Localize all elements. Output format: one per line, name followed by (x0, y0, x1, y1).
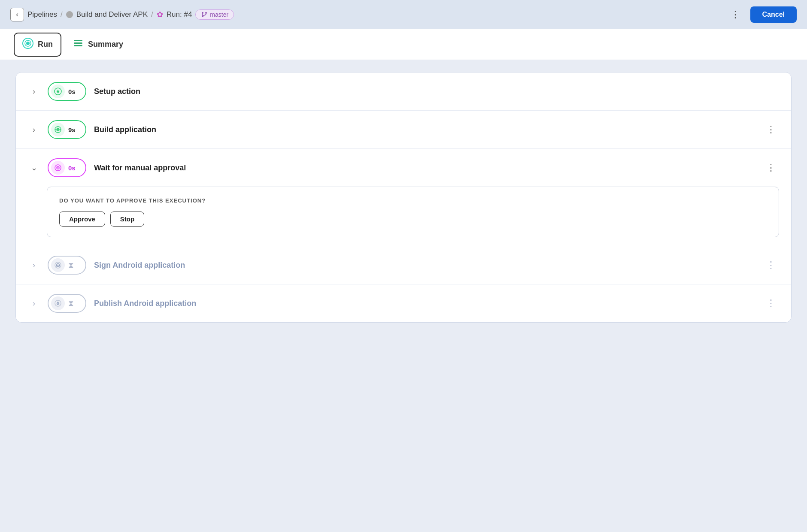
build-icon (51, 123, 65, 136)
run-icon: ✿ (157, 10, 163, 19)
chevron-build[interactable]: › (28, 124, 40, 136)
tab-summary-label: Summary (88, 40, 123, 49)
publish-hourglass: ⧗ (68, 299, 74, 308)
back-icon: ‹ (16, 10, 18, 19)
tab-summary[interactable]: Summary (65, 33, 131, 56)
approval-section: DO YOU WANT TO APPROVE THIS EXECUTION? A… (16, 187, 791, 246)
chevron-sign[interactable]: › (28, 259, 40, 271)
approval-more-button[interactable]: ⋮ (763, 160, 779, 175)
svg-point-16 (55, 300, 61, 306)
approval-box: DO YOU WANT TO APPROVE THIS EXECUTION? A… (47, 187, 779, 237)
approval-label: Wait for manual approval (94, 163, 755, 172)
approval-icon (51, 161, 65, 175)
branch-icon (201, 11, 208, 18)
publish-label: Publish Android application (94, 299, 755, 308)
svg-point-0 (202, 12, 203, 14)
step-badge-sign: ⧗ (48, 256, 86, 275)
build-label: Build application (94, 125, 755, 134)
breadcrumb-sep2: / (151, 10, 153, 19)
breadcrumb-sep1: / (61, 10, 63, 19)
sign-hourglass: ⧗ (68, 261, 74, 270)
svg-rect-7 (74, 45, 82, 46)
breadcrumb-run[interactable]: Run: #4 (167, 10, 192, 19)
svg-point-13 (58, 167, 59, 169)
svg-rect-17 (58, 304, 59, 305)
top-bar-right: ⋮ Cancel (727, 6, 797, 23)
stop-button[interactable]: Stop (110, 212, 144, 227)
sign-label: Sign Android application (94, 261, 755, 270)
cancel-button[interactable]: Cancel (750, 6, 797, 23)
breadcrumb-pipeline-name[interactable]: Build and Deliver APK (76, 10, 148, 19)
svg-rect-6 (74, 42, 82, 44)
step-row-publish: › ⧗ Publish Android application ⋮ (16, 284, 791, 322)
setup-time: 0s (68, 88, 76, 95)
main-content: › 0s Setup action › (0, 60, 807, 335)
top-bar: ‹ Pipelines / Build and Deliver APK / ✿ … (0, 0, 807, 29)
step-badge-build: 9s (48, 120, 86, 139)
step-badge-approval: 0s (48, 158, 86, 177)
tabs-bar: Run Summary (0, 29, 807, 60)
chevron-setup[interactable]: › (28, 85, 40, 97)
pipeline-container: › 0s Setup action › (15, 72, 792, 323)
svg-point-10 (57, 129, 59, 130)
approval-time: 0s (68, 164, 76, 172)
tab-run[interactable]: Run (14, 33, 61, 57)
run-tab-icon (22, 38, 33, 51)
step-badge-setup: 0s (48, 82, 86, 101)
svg-point-4 (26, 42, 30, 45)
setup-icon (51, 85, 65, 98)
svg-rect-5 (74, 40, 82, 41)
chevron-approval[interactable]: ⌄ (28, 162, 40, 174)
svg-point-2 (205, 12, 207, 14)
setup-label: Setup action (94, 87, 779, 96)
breadcrumb: ‹ Pipelines / Build and Deliver APK / ✿ … (10, 8, 234, 21)
publish-more-button[interactable]: ⋮ (763, 296, 779, 311)
publish-icon (51, 296, 65, 310)
step-row-setup: › 0s Setup action (16, 73, 791, 111)
approve-button[interactable]: Approve (59, 212, 105, 227)
branch-label: master (210, 11, 228, 18)
branch-badge[interactable]: master (195, 9, 234, 20)
summary-tab-icon (73, 38, 84, 51)
step-row-approval: ⌄ 0s Wait for manual approval ⋮ (16, 149, 791, 187)
back-button[interactable]: ‹ (10, 8, 24, 21)
tab-run-label: Run (38, 40, 53, 49)
svg-point-15 (58, 265, 59, 266)
approval-buttons: Approve Stop (59, 212, 767, 227)
approval-question: DO YOU WANT TO APPROVE THIS EXECUTION? (59, 197, 767, 204)
step-row-build: › 9s Build application ⋮ (16, 111, 791, 149)
build-more-button[interactable]: ⋮ (763, 122, 779, 137)
build-time: 9s (68, 126, 76, 133)
sign-icon (51, 258, 65, 272)
step-row-sign: › ⧗ Sign Android application ⋮ (16, 246, 791, 284)
more-options-button[interactable]: ⋮ (727, 7, 743, 22)
step-badge-publish: ⧗ (48, 294, 86, 313)
breadcrumb-pipelines[interactable]: Pipelines (27, 10, 57, 19)
chevron-publish[interactable]: › (28, 297, 40, 309)
pipeline-status-icon (66, 11, 73, 18)
sign-more-button[interactable]: ⋮ (763, 258, 779, 272)
